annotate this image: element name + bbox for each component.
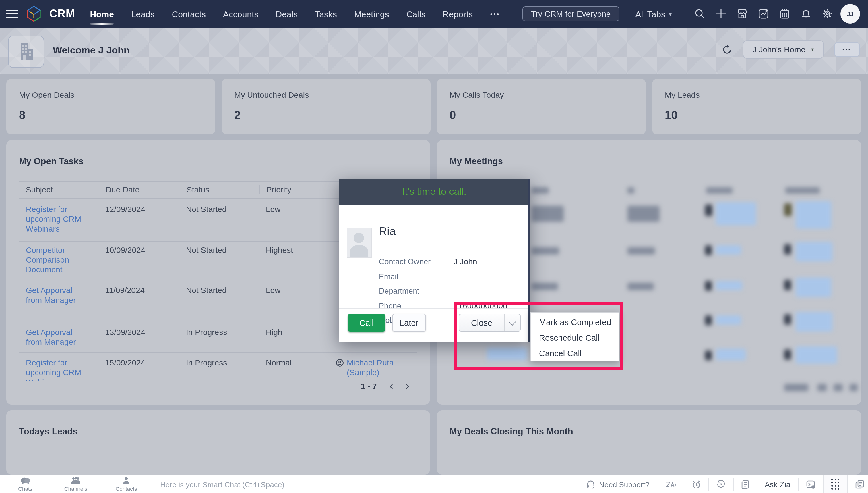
next-page-icon[interactable]: › — [406, 382, 409, 391]
kpi-value: 0 — [450, 109, 456, 122]
kpi-card-untouched-deals[interactable]: My Untouched Deals 2 — [222, 79, 431, 134]
dashboard-view-label: J John's Home — [753, 45, 805, 54]
copy-icon — [855, 480, 865, 489]
kpi-card-my-leads[interactable]: My Leads 10 — [652, 79, 861, 134]
zia-signature-icon — [665, 480, 676, 489]
try-crm-button[interactable]: Try CRM for Everyone — [522, 6, 619, 21]
col-due-date[interactable]: Due Date — [99, 185, 186, 194]
col-status[interactable]: Status — [180, 185, 266, 194]
nav-tab-meetings[interactable]: Meetings — [354, 9, 389, 19]
later-button[interactable]: Later — [392, 314, 426, 331]
notifications-bell-icon[interactable] — [801, 8, 811, 19]
todays-leads-panel: Todays Leads — [6, 410, 430, 475]
calendar-icon[interactable] — [780, 8, 790, 19]
task-due: 11/09/2024 — [105, 285, 186, 305]
history-button[interactable] — [709, 480, 733, 489]
dashboard-more-button[interactable]: ••• — [834, 42, 860, 57]
nav-tab-contacts[interactable]: Contacts — [172, 9, 206, 19]
task-subject-link[interactable]: Register for upcoming CRM Webinars — [26, 358, 105, 381]
task-subject-link[interactable]: Get Apporval from Manager — [26, 285, 105, 305]
contacts-tab[interactable]: Contacts — [101, 477, 152, 492]
menu-item-mark-completed[interactable]: Mark as Completed — [531, 314, 619, 330]
close-button[interactable]: Close — [459, 314, 505, 331]
nav-tabs: Home Leads Contacts Accounts Deals Tasks… — [90, 9, 500, 19]
contacts-icon — [122, 477, 130, 485]
menu-item-cancel-call[interactable]: Cancel Call — [531, 345, 619, 361]
search-icon[interactable] — [694, 8, 705, 19]
smart-chat-input[interactable] — [159, 480, 560, 490]
prev-page-icon[interactable]: ‹ — [389, 382, 393, 391]
col-subject[interactable]: Subject — [26, 185, 105, 194]
panel-title: My Open Tasks — [19, 156, 84, 167]
menu-item-reschedule-call[interactable]: Reschedule Call — [531, 330, 619, 345]
hamburger-menu-icon[interactable] — [6, 10, 18, 18]
kpi-value: 10 — [665, 109, 678, 122]
call-button[interactable]: Call — [348, 314, 385, 331]
ask-zia-button[interactable]: Ask Zia — [757, 480, 798, 489]
marketplace-icon[interactable] — [737, 8, 748, 19]
notes-button[interactable] — [734, 480, 757, 489]
task-subject-link[interactable]: Competitor Comparison Document — [26, 245, 105, 275]
nav-right-tools: Try CRM for Everyone All Tabs ▾ JJ — [522, 4, 860, 24]
task-row[interactable]: Register for upcoming CRM Webinars 15/09… — [13, 358, 417, 381]
need-support-button[interactable]: Need Support? — [578, 480, 657, 489]
field-value: J John — [454, 255, 507, 269]
task-due: 10/09/2024 — [105, 245, 186, 275]
chevron-down-icon: ▾ — [669, 10, 672, 17]
chats-label: Chats — [18, 486, 32, 492]
bottom-right-tools: Need Support? Ask Zia — [578, 475, 865, 493]
kpi-card-open-deals[interactable]: My Open Deals 8 — [6, 79, 215, 134]
task-priority: High — [266, 327, 335, 347]
task-priority: Normal — [266, 358, 335, 381]
settings-gear-icon[interactable] — [822, 8, 832, 19]
kpi-value: 8 — [19, 109, 25, 122]
col-priority[interactable]: Priority — [259, 185, 335, 194]
task-contact-link[interactable]: Michael Ruta (Sample) — [335, 358, 417, 381]
nav-more-tabs-icon[interactable]: ••• — [490, 10, 500, 17]
command-center-button[interactable] — [799, 480, 823, 489]
chats-icon — [20, 477, 30, 485]
nav-tab-reports[interactable]: Reports — [442, 9, 473, 19]
task-subject-link[interactable]: Get Apporval from Manager — [26, 327, 105, 347]
nav-tab-accounts[interactable]: Accounts — [223, 9, 258, 19]
nav-tab-tasks[interactable]: Tasks — [315, 9, 337, 19]
ask-zia-label: Ask Zia — [765, 480, 791, 489]
dialpad-button[interactable] — [823, 475, 848, 493]
reminders-button[interactable] — [684, 480, 708, 489]
nav-tab-calls[interactable]: Calls — [407, 9, 426, 19]
copy-button[interactable] — [848, 480, 865, 489]
popup-scrollbar[interactable] — [528, 179, 530, 342]
refresh-icon[interactable] — [722, 44, 732, 55]
field-value — [454, 269, 507, 284]
plus-icon[interactable] — [716, 8, 726, 19]
page-range: 1 - 7 — [361, 382, 377, 391]
field-value — [454, 284, 507, 299]
need-support-label: Need Support? — [599, 480, 649, 489]
task-status: In Progress — [186, 327, 266, 347]
all-tabs-dropdown[interactable]: All Tabs ▾ — [635, 9, 672, 19]
nav-tab-home[interactable]: Home — [90, 9, 114, 19]
kpi-card-calls-today[interactable]: My Calls Today 0 — [437, 79, 646, 134]
activity-pulse-icon[interactable] — [758, 8, 769, 19]
page-title: Welcome J John — [53, 45, 130, 56]
top-navbar: CRM Home Leads Contacts Accounts Deals T… — [0, 0, 868, 27]
dashboard-view-selector[interactable]: J John's Home ▾ — [743, 40, 823, 59]
close-dropdown-toggle[interactable] — [504, 314, 521, 331]
zia-button[interactable] — [657, 480, 684, 489]
contact-name: Michael Ruta (Sample) — [347, 358, 417, 378]
chevron-down-icon — [509, 318, 516, 325]
smart-chat-field[interactable] — [159, 479, 578, 490]
org-logo[interactable] — [8, 36, 44, 68]
dialpad-icon — [831, 479, 840, 490]
app-window: CRM Home Leads Contacts Accounts Deals T… — [0, 0, 868, 493]
headset-icon — [586, 480, 595, 489]
deals-closing-panel: My Deals Closing This Month — [437, 410, 861, 475]
nav-tab-leads[interactable]: Leads — [131, 9, 155, 19]
nav-tab-deals[interactable]: Deals — [276, 9, 298, 19]
zoho-logo-icon[interactable] — [26, 6, 41, 22]
chats-tab[interactable]: Chats — [0, 477, 50, 492]
channels-tab[interactable]: Channels — [50, 477, 101, 492]
task-subject-link[interactable]: Register for upcoming CRM Webinars — [26, 205, 105, 234]
user-avatar[interactable]: JJ — [841, 4, 860, 24]
kpi-value: 2 — [234, 109, 241, 122]
